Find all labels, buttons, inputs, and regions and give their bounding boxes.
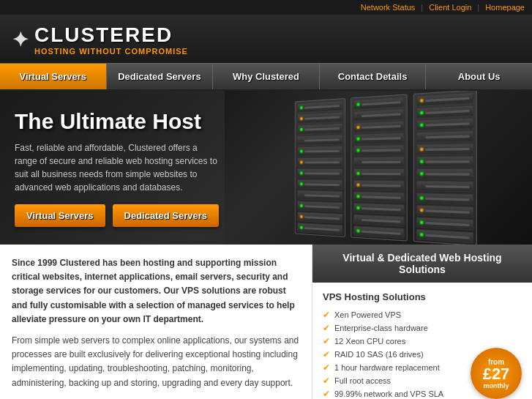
right-col-header: Virtual & Dedicated Web Hosting Solution… [312, 245, 532, 283]
check-icon-6: ✔ [323, 376, 330, 386]
homepage-link[interactable]: Homepage [485, 3, 525, 12]
top-bar: Network Status | Client Login | Homepage [0, 0, 532, 15]
client-login-link[interactable]: Client Login [429, 3, 471, 12]
logo-container: ✦ Clustered Hosting Without Compromise [12, 23, 188, 56]
logo-icon: ✦ [12, 28, 29, 52]
check-icon-7: ✔ [323, 389, 330, 399]
check-icon-2: ✔ [323, 323, 330, 333]
hero-buttons: Virtual Servers Dedicated Servers [15, 204, 220, 227]
site-header: ✦ Clustered Hosting Without Compromise [0, 15, 532, 63]
main-nav: Virtual Servers Dedicated Servers Why Cl… [0, 63, 532, 91]
logo-text: Clustered [34, 23, 188, 47]
check-icon-3: ✔ [323, 336, 330, 346]
vps-section: VPS Hosting Solutions ✔ Xen Powered VPS … [312, 283, 532, 399]
left-column: Since 1999 Clustered has been hosting an… [0, 245, 312, 399]
logo-text-container: Clustered Hosting Without Compromise [34, 23, 188, 56]
logo-tagline: Hosting Without Compromise [34, 47, 188, 56]
check-icon-5: ✔ [323, 362, 330, 373]
sep1: | [421, 3, 423, 12]
vps-feature-2: ✔ Enterprise-class hardware [323, 321, 522, 335]
hero-server-image [225, 91, 532, 245]
vps-title: VPS Hosting Solutions [323, 291, 522, 302]
hero-title: The Ultimate Host [15, 109, 220, 134]
hero-description: Fast, reliable and affordable, Clustered… [15, 141, 220, 194]
network-status-link[interactable]: Network Status [361, 3, 416, 12]
check-icon-1: ✔ [323, 310, 330, 320]
nav-item-virtual-servers[interactable]: Virtual Servers [0, 64, 107, 89]
main-content: Since 1999 Clustered has been hosting an… [0, 245, 532, 399]
nav-item-contact-details[interactable]: Contact Details [320, 64, 427, 89]
rack-unit-1 [295, 98, 345, 237]
rack-unit-3 [413, 91, 477, 245]
nav-item-why-clustered[interactable]: Why Clustered [213, 64, 320, 89]
price-amount: £27 [483, 366, 510, 382]
nav-item-about-us[interactable]: About Us [426, 64, 532, 89]
vps-feature-1: ✔ Xen Powered VPS [323, 308, 522, 321]
left-para-1: Since 1999 Clustered has been hosting an… [12, 256, 300, 327]
server-rack-visual [295, 91, 477, 245]
hero-section: The Ultimate Host Fast, reliable and aff… [0, 91, 532, 245]
check-icon-4: ✔ [323, 349, 330, 359]
price-badge: from £27 monthly [471, 348, 522, 399]
right-column: Virtual & Dedicated Web Hosting Solution… [312, 245, 532, 399]
price-period: monthly [484, 382, 509, 389]
hero-content: The Ultimate Host Fast, reliable and aff… [0, 94, 234, 242]
virtual-servers-button[interactable]: Virtual Servers [15, 204, 105, 227]
vps-feature-3: ✔ 12 Xeon CPU cores [323, 335, 522, 348]
dedicated-servers-button[interactable]: Dedicated Servers [113, 204, 219, 227]
sep2: | [477, 3, 479, 12]
rack-unit-2 [351, 94, 407, 241]
left-para-2: From simple web servers to complex onlin… [12, 334, 300, 390]
nav-item-dedicated-servers[interactable]: Dedicated Servers [107, 64, 214, 89]
